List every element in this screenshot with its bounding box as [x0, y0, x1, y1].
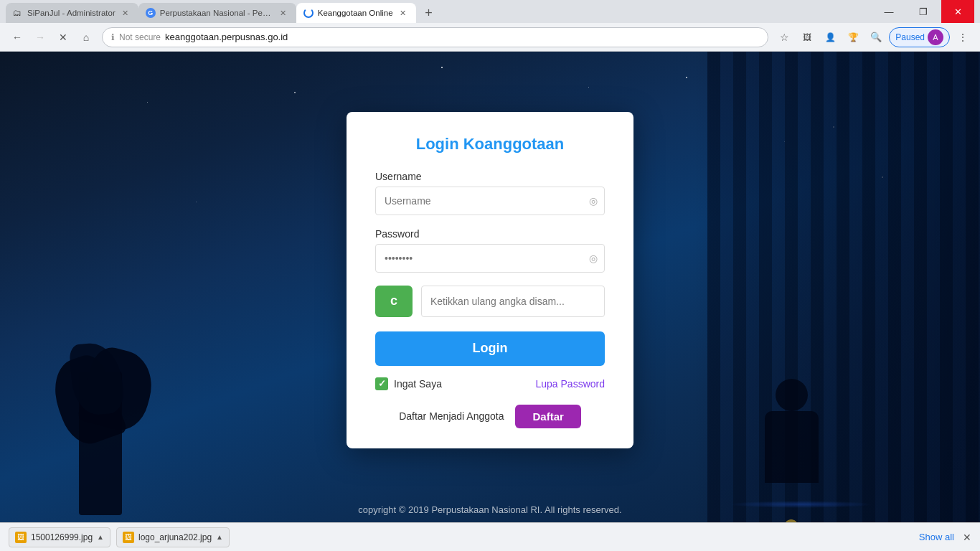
login-button[interactable]: Login: [375, 331, 605, 366]
not-secure-label: Not secure: [119, 32, 161, 42]
remember-label: Ingat Saya: [394, 378, 442, 390]
profile-icon[interactable]: 👤: [820, 27, 840, 47]
tab2-close[interactable]: ✕: [278, 7, 289, 19]
username-group: Username ◎: [375, 171, 605, 215]
copyright-text: copyright © 2019 Perpustakaan Nasional R…: [0, 504, 980, 515]
download2-icon: 🖼: [123, 532, 134, 543]
captcha-refresh-button[interactable]: c: [375, 286, 413, 317]
tab3-close[interactable]: ✕: [397, 7, 409, 19]
download1-icon: 🖼: [15, 532, 27, 543]
register-button[interactable]: Daftar: [515, 405, 580, 428]
forward-button[interactable]: →: [30, 27, 50, 47]
tab-keanggotaan[interactable]: Keanggotaan Online ✕: [296, 3, 416, 23]
username-input[interactable]: [375, 187, 605, 215]
address-bar: ← → ✕ ⌂ ℹ Not secure keanggotaan.perpusn…: [0, 23, 980, 52]
toolbar-right: ☆ 🖼 👤 🏆 🔍 Paused A ⋮: [774, 27, 973, 47]
maximize-button[interactable]: ❐: [907, 0, 940, 23]
tab3-loading: [303, 8, 314, 18]
password-group: Password ◎: [375, 228, 605, 273]
captcha-row: c: [375, 286, 605, 317]
forgot-password-link[interactable]: Lupa Password: [535, 378, 605, 390]
download2-name: logo_arjuna202.jpg: [138, 532, 212, 542]
home-button[interactable]: ⌂: [76, 27, 96, 47]
download-item-2[interactable]: 🖼 logo_arjuna202.jpg ▲: [116, 527, 230, 547]
close-downloads-button[interactable]: ✕: [963, 532, 971, 543]
tab1-close[interactable]: ✕: [120, 7, 131, 19]
title-bar: 🗂 SiPanJul - Administrator ✕ G Perpustak…: [0, 0, 980, 23]
tab3-title: Keanggotaan Online: [318, 9, 393, 17]
nav-buttons: ← → ✕ ⌂: [7, 27, 96, 47]
url-bar[interactable]: ℹ Not secure keanggotaan.perpusnas.go.id: [102, 27, 768, 47]
tab-sipanjul[interactable]: 🗂 SiPanJul - Administrator ✕: [6, 3, 138, 23]
download-item-1[interactable]: 🖼 1500126999.jpg ▲: [9, 527, 110, 547]
search-icon[interactable]: 🔍: [866, 27, 886, 47]
menu-icon[interactable]: ⋮: [953, 27, 973, 47]
tab2-favicon: G: [146, 8, 156, 18]
tab-perpusnas[interactable]: G Perpustakaan Nasional - Penelu... ✕: [138, 3, 296, 23]
username-input-wrapper: ◎: [375, 187, 605, 215]
password-check-icon: ◎: [589, 253, 598, 264]
modal-title: Login Koanggotaan: [375, 135, 605, 154]
tab1-favicon: 🗂: [13, 8, 23, 18]
username-label: Username: [375, 171, 605, 182]
username-check-icon: ◎: [589, 195, 598, 207]
remember-checkbox[interactable]: [375, 377, 388, 390]
show-all-button[interactable]: Show all: [919, 532, 954, 542]
browser-chrome: 🗂 SiPanJul - Administrator ✕ G Perpustak…: [0, 0, 980, 52]
new-tab-button[interactable]: +: [419, 3, 439, 23]
screenshot-icon[interactable]: 🖼: [797, 27, 817, 47]
password-input-wrapper: ◎: [375, 244, 605, 273]
register-row: Daftar Menjadi Anggota Daftar: [375, 405, 605, 428]
close-button[interactable]: ✕: [941, 0, 974, 23]
url-text: keanggotaan.perpusnas.go.id: [165, 32, 288, 42]
back-button[interactable]: ←: [7, 27, 27, 47]
register-text: Daftar Menjadi Anggota: [399, 410, 504, 422]
profile-button[interactable]: Paused A: [889, 27, 950, 47]
captcha-input[interactable]: [421, 286, 605, 317]
download1-chevron[interactable]: ▲: [97, 533, 104, 541]
password-input[interactable]: [375, 244, 605, 273]
download2-chevron[interactable]: ▲: [216, 533, 223, 541]
avatar: A: [928, 29, 943, 45]
login-modal: Login Koanggotaan Username ◎ Password ◎: [347, 112, 633, 448]
tab1-title: SiPanJul - Administrator: [27, 9, 116, 17]
tab2-title: Perpustakaan Nasional - Penelu...: [160, 9, 273, 17]
minimize-button[interactable]: —: [872, 0, 905, 23]
tabs-container: 🗂 SiPanJul - Administrator ✕ G Perpustak…: [6, 0, 867, 23]
reload-button[interactable]: ✕: [53, 27, 73, 47]
profile-label: Paused: [895, 32, 925, 42]
lock-icon: ℹ: [111, 32, 115, 42]
password-label: Password: [375, 228, 605, 240]
bookmark-icon[interactable]: ☆: [774, 27, 794, 47]
remember-left: Ingat Saya: [375, 377, 442, 390]
download1-name: 1500126999.jpg: [31, 532, 93, 542]
downloads-bar: 🖼 1500126999.jpg ▲ 🖼 logo_arjuna202.jpg …: [0, 522, 980, 551]
trophy-icon[interactable]: 🏆: [843, 27, 863, 47]
window-controls: — ❐ ✕: [872, 0, 974, 23]
remember-row: Ingat Saya Lupa Password: [375, 377, 605, 390]
modal-overlay: Login Koanggotaan Username ◎ Password ◎: [0, 52, 980, 551]
page-content: Login Koanggotaan Username ◎ Password ◎: [0, 52, 980, 551]
